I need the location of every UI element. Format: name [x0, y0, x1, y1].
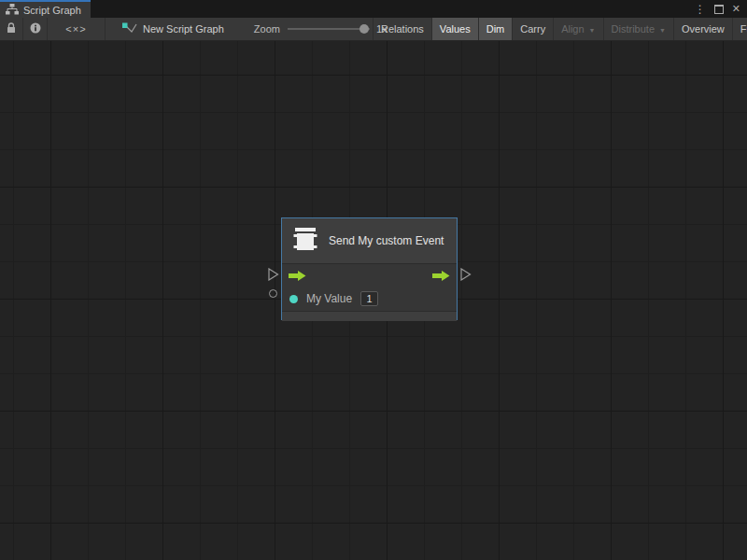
toolbar-button-align: Align▼ — [553, 18, 602, 40]
zoom-slider-track — [288, 28, 370, 30]
external-value-input-port[interactable] — [269, 289, 277, 298]
graph-canvas[interactable]: Send My custom Event My Value 1 — [0, 41, 747, 560]
info-button[interactable] — [23, 18, 48, 40]
custom-event-icon — [291, 227, 319, 256]
tab-script-graph[interactable]: Script Graph — [0, 0, 91, 18]
lock-icon — [6, 22, 17, 35]
close-icon[interactable]: ✕ — [732, 4, 740, 14]
toolbar-button-values[interactable]: Values — [431, 18, 478, 40]
toolbar-button-full-screen[interactable]: Full Screen — [732, 18, 747, 40]
graph-reference[interactable]: New Script Graph — [122, 22, 224, 36]
more-options-icon[interactable]: ⋮ — [695, 4, 706, 15]
toolbar-button-label: Overview — [682, 23, 725, 35]
control-flow-row — [282, 266, 457, 287]
external-control-output-port[interactable] — [460, 268, 472, 285]
node-title: Send My custom Event — [329, 234, 444, 247]
window-controls: ⋮ ✕ — [695, 0, 747, 18]
toolbar-button-label: Distribute — [612, 23, 655, 35]
toolbar-button-dim[interactable]: Dim — [478, 18, 513, 40]
tab-bar: Script Graph ⋮ ✕ — [0, 0, 747, 18]
toolbar-button-distribute: Distribute▼ — [603, 18, 673, 40]
view-toggle-group: RelationsValuesDimCarryAlign▼Distribute▼… — [373, 18, 747, 40]
zoom-slider-handle[interactable] — [359, 24, 369, 34]
node-footer — [282, 311, 457, 321]
toolbar-button-label: Dim — [486, 23, 505, 35]
toolbar-button-label: Values — [440, 23, 471, 35]
toolbar-button-label: Full Screen — [740, 23, 747, 35]
toolbar-button-carry[interactable]: Carry — [512, 18, 553, 40]
toolbar-button-relations[interactable]: Relations — [373, 18, 431, 40]
zoom-slider[interactable] — [288, 24, 370, 34]
node-header[interactable]: Send My custom Event — [282, 218, 457, 264]
lock-button[interactable] — [0, 18, 23, 40]
my-value-input[interactable]: 1 — [360, 291, 378, 306]
dropdown-arrow-icon: ▼ — [589, 27, 596, 34]
script-graph-window: Script Graph ⋮ ✕ — [0, 0, 747, 560]
value-input-row: My Value 1 — [282, 287, 457, 311]
value-port-dot-icon[interactable] — [289, 295, 298, 303]
code-view-icon: <×> — [65, 23, 86, 35]
info-icon — [30, 22, 41, 35]
dropdown-arrow-icon: ▼ — [659, 27, 666, 34]
toolbar-button-label: Carry — [520, 23, 545, 35]
code-view-button[interactable]: <×> — [48, 18, 106, 40]
control-input-arrow-icon[interactable] — [289, 268, 306, 285]
maximize-icon[interactable] — [714, 5, 724, 14]
value-port-label: My Value — [306, 292, 352, 305]
toolbar-button-overview[interactable]: Overview — [673, 18, 732, 40]
graph-node-icon — [122, 22, 137, 36]
toolbar: <×> New Script Graph Zoom 1x RelationsVa… — [0, 18, 747, 41]
zoom-label: Zoom — [254, 23, 280, 35]
graph-hierarchy-icon — [6, 4, 19, 17]
toolbar-button-label: Align — [561, 23, 584, 35]
node-body: My Value 1 — [282, 264, 457, 311]
control-output-arrow-icon[interactable] — [432, 268, 450, 285]
tab-title: Script Graph — [23, 5, 81, 16]
graph-name: New Script Graph — [143, 23, 224, 35]
node-send-my-custom-event[interactable]: Send My custom Event My Value 1 — [281, 217, 458, 320]
external-control-input-port[interactable] — [268, 268, 279, 285]
toolbar-button-label: Relations — [381, 23, 424, 35]
